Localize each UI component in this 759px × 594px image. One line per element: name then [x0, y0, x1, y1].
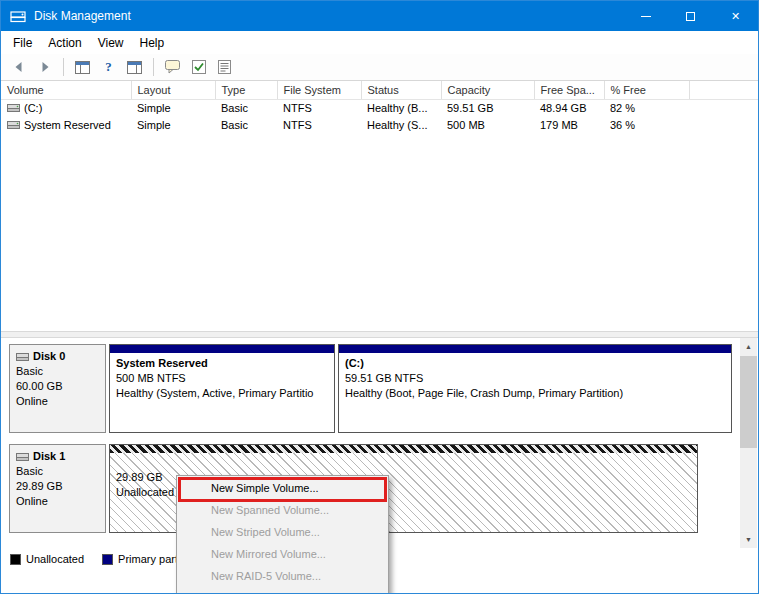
disk-size: 29.89 GB [16, 479, 99, 494]
menu-view[interactable]: View [90, 32, 132, 54]
forward-icon[interactable] [33, 56, 56, 78]
disk-icon [16, 451, 29, 462]
volume-capacity: 500 MB [441, 116, 534, 133]
volume-free-space: 179 MB [534, 116, 604, 133]
disk-type: Basic [16, 364, 99, 379]
volume-status: Healthy (B... [361, 99, 441, 116]
window-controls: ✕ [623, 1, 758, 31]
volume-row-system-reserved[interactable]: System Reserved Simple Basic NTFS Health… [1, 116, 759, 133]
volume-icon [7, 119, 20, 130]
disk1-header[interactable]: Disk 1 Basic 29.89 GB Online [9, 444, 106, 533]
column-header-capacity[interactable]: Capacity [441, 81, 534, 99]
console-tree-icon[interactable] [71, 56, 94, 78]
disk-name: Disk 0 [33, 349, 65, 364]
action-pane-icon[interactable] [123, 56, 146, 78]
legend-unallocated: Unallocated [10, 553, 84, 565]
back-icon[interactable] [7, 56, 30, 78]
maximize-button[interactable] [668, 1, 713, 31]
menu-item-new-raid5-volume: New RAID-5 Volume... [177, 565, 388, 587]
volume-percent-free: 82 % [604, 99, 689, 116]
disk-management-window: Disk Management ✕ File Action View Help [0, 0, 759, 594]
menu-item-new-mirrored-volume: New Mirrored Volume... [177, 543, 388, 565]
menu-item-new-simple-volume[interactable]: New Simple Volume... [177, 477, 388, 499]
help-icon[interactable]: ? [97, 56, 120, 78]
scroll-down-icon[interactable]: ▼ [740, 531, 757, 548]
disk-status: Online [16, 494, 99, 509]
menu-action[interactable]: Action [40, 32, 89, 54]
menu-help[interactable]: Help [132, 32, 173, 54]
menu-item-new-spanned-volume: New Spanned Volume... [177, 499, 388, 521]
partition-status: Healthy (Boot, Page File, Crash Dump, Pr… [345, 386, 725, 401]
column-header-type[interactable]: Type [215, 81, 277, 99]
window-title: Disk Management [34, 9, 131, 23]
column-header-empty [689, 81, 759, 99]
disk-status: Online [16, 394, 99, 409]
minimize-button[interactable] [623, 1, 668, 31]
menubar: File Action View Help [1, 31, 758, 54]
checkmark-icon[interactable] [187, 56, 210, 78]
volume-type: Basic [215, 116, 277, 133]
volume-type: Basic [215, 99, 277, 116]
volume-name: System Reserved [24, 119, 111, 131]
close-button[interactable]: ✕ [713, 1, 758, 31]
toolbar-separator [63, 58, 64, 76]
disk0-header[interactable]: Disk 0 Basic 60.00 GB Online [9, 344, 106, 433]
volume-file-system: NTFS [277, 116, 361, 133]
toolbar: ? [1, 54, 758, 81]
column-header-free-space[interactable]: Free Spa... [534, 81, 604, 99]
volume-table: Volume Layout Type File System Status Ca… [1, 81, 759, 133]
titlebar: Disk Management ✕ [1, 1, 758, 31]
volume-status: Healthy (S... [361, 116, 441, 133]
column-header-status[interactable]: Status [361, 81, 441, 99]
legend-label: Unallocated [26, 553, 84, 565]
disk-name: Disk 1 [33, 449, 65, 464]
menu-item-new-striped-volume: New Striped Volume... [177, 521, 388, 543]
disk-icon [16, 351, 29, 362]
partition-size: 500 MB NTFS [116, 371, 328, 386]
partition-title: (C:) [345, 356, 725, 371]
column-header-percent-free[interactable]: % Free [604, 81, 689, 99]
maximize-icon [686, 12, 695, 21]
scrollbar-thumb[interactable] [740, 356, 757, 448]
volume-name: (C:) [24, 102, 42, 114]
disk-size: 60.00 GB [16, 379, 99, 394]
app-icon [10, 8, 26, 24]
volume-icon [7, 102, 20, 113]
pane-splitter[interactable] [1, 331, 758, 338]
unallocated-swatch [10, 554, 21, 565]
partition-status: Healthy (System, Active, Primary Partiti… [116, 386, 328, 401]
minimize-icon [641, 16, 651, 17]
volume-layout: Simple [131, 116, 215, 133]
volume-percent-free: 36 % [604, 116, 689, 133]
scroll-up-icon[interactable]: ▲ [740, 338, 757, 355]
volume-layout: Simple [131, 99, 215, 116]
volume-list-panel: Volume Layout Type File System Status Ca… [1, 81, 758, 331]
close-icon: ✕ [731, 10, 740, 23]
legend-primary-partition: Primary part [92, 553, 178, 565]
volume-row-c[interactable]: (C:) Simple Basic NTFS Healthy (B... 59.… [1, 99, 759, 116]
partition-size: 59.51 GB NTFS [345, 371, 725, 386]
vertical-scrollbar[interactable]: ▲ ▼ [740, 338, 757, 548]
toolbar-separator [153, 58, 154, 76]
primary-partition-swatch [102, 554, 113, 565]
volume-capacity: 59.51 GB [441, 99, 534, 116]
partition-system-reserved[interactable]: System Reserved 500 MB NTFS Healthy (Sys… [109, 344, 335, 433]
export-list-icon[interactable] [213, 56, 236, 78]
unallocated-color-band [110, 445, 697, 453]
context-menu: New Simple Volume... New Spanned Volume.… [176, 475, 389, 594]
partition-color-band [110, 345, 334, 353]
menu-file[interactable]: File [5, 32, 40, 54]
legend-label: Primary part [118, 553, 178, 565]
column-header-layout[interactable]: Layout [131, 81, 215, 99]
column-header-file-system[interactable]: File System [277, 81, 361, 99]
tooltip-icon[interactable] [161, 56, 184, 78]
partition-title: System Reserved [116, 356, 328, 371]
volume-file-system: NTFS [277, 99, 361, 116]
volume-table-header: Volume Layout Type File System Status Ca… [1, 81, 759, 99]
disk-type: Basic [16, 464, 99, 479]
column-header-volume[interactable]: Volume [1, 81, 131, 99]
partition-color-band [339, 345, 731, 353]
partition-c[interactable]: (C:) 59.51 GB NTFS Healthy (Boot, Page F… [338, 344, 732, 433]
volume-free-space: 48.94 GB [534, 99, 604, 116]
